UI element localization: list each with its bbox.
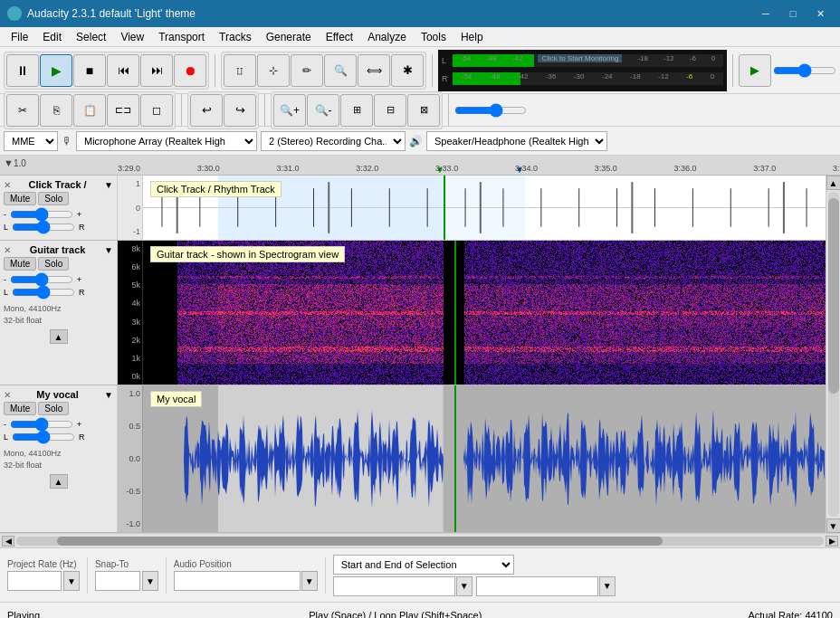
menu-generate[interactable]: Generate — [259, 27, 319, 46]
zoom-fit-btn[interactable]: ⊟ — [374, 94, 406, 127]
rec-r-meter: -54 -48 -42 -36 -30 -24 -18 -12 -6 0 — [453, 72, 723, 85]
guitar-track: ✕ Guitar track ▼ Mute Solo - + L R — [0, 241, 826, 385]
snap-to-input[interactable]: Off — [95, 571, 140, 591]
selection-end-input[interactable]: 0 h 03 m 34.506 s — [476, 576, 598, 596]
vocal-track-close[interactable]: ✕ — [4, 390, 11, 400]
maximize-button[interactable]: □ — [780, 4, 806, 24]
zoom-sel-btn[interactable]: ⊞ — [340, 94, 373, 127]
guitar-gain-slider[interactable] — [10, 274, 73, 285]
timeline-ruler[interactable]: ▼1.0 3:29.0 3:30.0 3:31.0 3:32.0 3:33.0 … — [0, 156, 840, 176]
sel-mode-row: Start and End of Selection — [333, 555, 616, 575]
selection-mode-select[interactable]: Start and End of Selection — [333, 555, 514, 575]
click-scale: 1 0 -1 — [118, 176, 143, 240]
zoom-custom-btn[interactable]: ⊠ — [407, 94, 440, 127]
selection-start-input[interactable]: 0 h 03 m 30.268 s — [333, 576, 455, 596]
vscroll-track[interactable] — [828, 192, 839, 517]
horizontal-scrollbar[interactable]: ◀ ▶ — [0, 533, 840, 547]
vscroll-thumb[interactable] — [828, 198, 839, 393]
hscroll-track[interactable] — [16, 537, 824, 546]
play-button[interactable]: ▶ — [40, 54, 72, 87]
copy-btn[interactable]: ⎘ — [40, 94, 72, 127]
envelope-tool[interactable]: ⊹ — [257, 54, 290, 87]
cut-btn[interactable]: ✂ — [6, 94, 39, 127]
paste-btn[interactable]: 📋 — [73, 94, 106, 127]
click-mute-btn[interactable]: Mute — [4, 192, 36, 205]
redo-btn[interactable]: ↪ — [224, 94, 256, 127]
zoom-slider[interactable] — [454, 103, 527, 118]
click-gain-slider[interactable] — [10, 209, 73, 220]
zoom-in-btn[interactable]: 🔍+ — [273, 94, 306, 127]
sel-start-group: 0 h 03 m 30.268 s ▼ — [333, 576, 472, 596]
guitar-mute-btn[interactable]: Mute — [4, 257, 36, 271]
click-solo-btn[interactable]: Solo — [38, 192, 69, 205]
menu-view[interactable]: View — [113, 27, 151, 46]
vocal-pan-slider[interactable] — [12, 432, 75, 442]
undo-btn[interactable]: ↩ — [190, 94, 223, 127]
multi-tool[interactable]: ✱ — [391, 54, 424, 87]
guitar-collapse-btn[interactable]: ▲ — [50, 329, 68, 344]
stop-button[interactable]: ■ — [73, 54, 106, 87]
host-select[interactable]: MME — [4, 131, 58, 151]
menu-select[interactable]: Select — [69, 27, 113, 46]
vocal-track-header: ✕ My vocal ▼ — [4, 389, 113, 400]
vocal-gain-slider[interactable] — [10, 419, 73, 430]
vscroll-up-btn[interactable]: ▲ — [826, 176, 841, 190]
record-button[interactable]: ⏺ — [174, 54, 206, 87]
silence-btn[interactable]: ◻ — [140, 94, 173, 127]
vocal-track-menu[interactable]: ▼ — [104, 390, 113, 400]
snap-to-down[interactable]: ▼ — [142, 571, 158, 591]
guitar-track-menu[interactable]: ▼ — [104, 245, 113, 255]
timeshift-tool[interactable]: ⟺ — [358, 54, 390, 87]
sel-end-down[interactable]: ▼ — [599, 576, 616, 596]
click-pan-slider[interactable] — [12, 222, 75, 233]
zoom-out-btn[interactable]: 🔍- — [307, 94, 339, 127]
menu-tracks[interactable]: Tracks — [212, 27, 259, 46]
guitar-l-label: L — [4, 288, 8, 297]
vscroll-down-btn[interactable]: ▼ — [826, 518, 841, 533]
zoom-tool[interactable]: 🔍 — [324, 54, 357, 87]
close-button[interactable]: ✕ — [807, 4, 833, 24]
menu-transport[interactable]: Transport — [151, 27, 212, 46]
menu-analyze[interactable]: Analyze — [360, 27, 414, 46]
playback-speed-slider[interactable] — [773, 64, 836, 77]
click-cursor — [444, 176, 445, 240]
guitar-track-close[interactable]: ✕ — [4, 245, 11, 255]
audio-pos-down[interactable]: ▼ — [301, 571, 318, 591]
vocal-mute-btn[interactable]: Mute — [4, 402, 36, 415]
hscroll-left-btn[interactable]: ◀ — [2, 536, 14, 547]
vocal-1: 1.0 — [119, 389, 140, 398]
next-button[interactable]: ⏭ — [140, 54, 173, 87]
select-tool[interactable]: ⨿ — [224, 54, 256, 87]
edit-group: ✂ ⎘ 📋 ⊏⊐ ◻ — [4, 91, 176, 129]
project-rate-down[interactable]: ▼ — [63, 571, 80, 591]
vocal-solo-btn[interactable]: Solo — [38, 402, 69, 415]
menu-help[interactable]: Help — [453, 27, 491, 46]
project-rate-input[interactable]: 44100 — [7, 571, 62, 591]
click-to-start[interactable]: Click to Start Monitoring — [538, 54, 622, 62]
mic-select[interactable]: Microphone Array (Realtek High — [76, 131, 257, 151]
menu-effect[interactable]: Effect — [319, 27, 360, 46]
click-track-buttons: Mute Solo — [4, 192, 113, 205]
sel-start-down[interactable]: ▼ — [456, 576, 472, 596]
guitar-solo-btn[interactable]: Solo — [38, 257, 69, 271]
menu-file[interactable]: File — [4, 27, 35, 46]
hscroll-right-btn[interactable]: ▶ — [826, 536, 838, 547]
click-track-menu[interactable]: ▼ — [104, 180, 113, 190]
trim-btn[interactable]: ⊏⊐ — [107, 94, 139, 127]
menu-edit[interactable]: Edit — [35, 27, 69, 46]
menu-tools[interactable]: Tools — [414, 27, 453, 46]
channels-select[interactable]: 2 (Stereo) Recording Cha... — [261, 131, 406, 151]
prev-button[interactable]: ⏮ — [107, 54, 139, 87]
pause-button[interactable]: ⏸ — [6, 54, 39, 87]
guitar-pan-slider[interactable] — [12, 287, 75, 298]
vocal-collapse-btn[interactable]: ▲ — [50, 474, 68, 489]
click-track-close[interactable]: ✕ — [4, 180, 11, 190]
play-at-speed-btn[interactable]: ▶ — [739, 54, 771, 87]
hscroll-thumb[interactable] — [57, 537, 663, 546]
vertical-scrollbar[interactable]: ▲ ▼ — [826, 176, 840, 533]
draw-tool[interactable]: ✏ — [291, 54, 323, 87]
audio-pos-input[interactable]: 0 h 03 m 33.258 s — [174, 571, 301, 591]
minimize-button[interactable]: ─ — [753, 4, 778, 24]
vocal-track-name: My vocal — [36, 389, 78, 400]
speaker-select[interactable]: Speaker/Headphone (Realtek High — [426, 131, 607, 151]
